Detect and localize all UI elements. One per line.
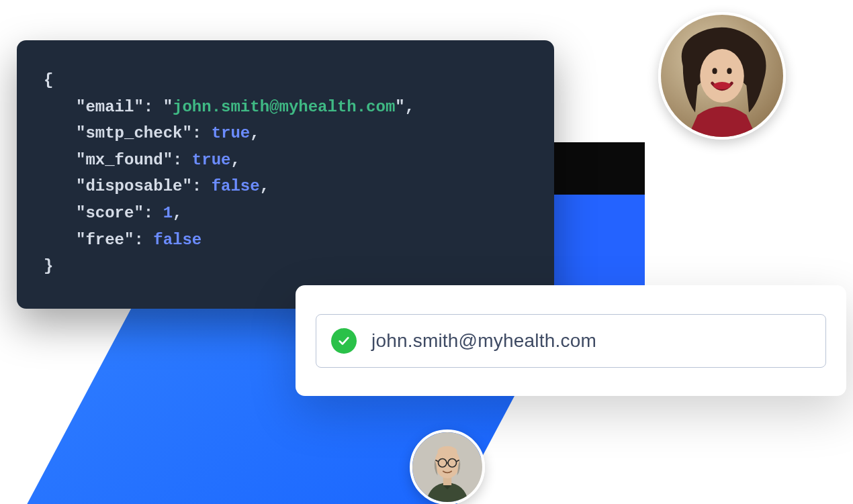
email-input-value: john.smith@myhealth.com [371,330,596,352]
code-line-smtp: "smtp_check": true, [76,120,527,147]
decorative-blue-square [551,195,645,289]
code-line-disposable: "disposable": false, [76,173,527,200]
avatar [410,430,485,504]
avatar [658,12,786,140]
svg-point-1 [700,49,744,103]
brace-close: } [44,257,53,275]
email-input[interactable]: john.smith@myhealth.com [316,314,826,368]
svg-point-2 [713,82,730,89]
code-line-score: "score": 1, [76,200,527,227]
code-line-mx: "mx_found": true, [76,147,527,174]
svg-point-4 [727,68,731,74]
code-line-free: "free": false [76,227,527,254]
check-circle-icon [331,328,357,354]
svg-point-8 [437,446,457,458]
svg-point-3 [712,68,717,74]
brace-open: { [44,71,53,89]
api-response-code-block: { "email": "john.smith@myhealth.com", "s… [17,40,554,309]
email-validation-card: john.smith@myhealth.com [296,285,846,396]
code-line-email: "email": "john.smith@myhealth.com", [76,94,527,121]
